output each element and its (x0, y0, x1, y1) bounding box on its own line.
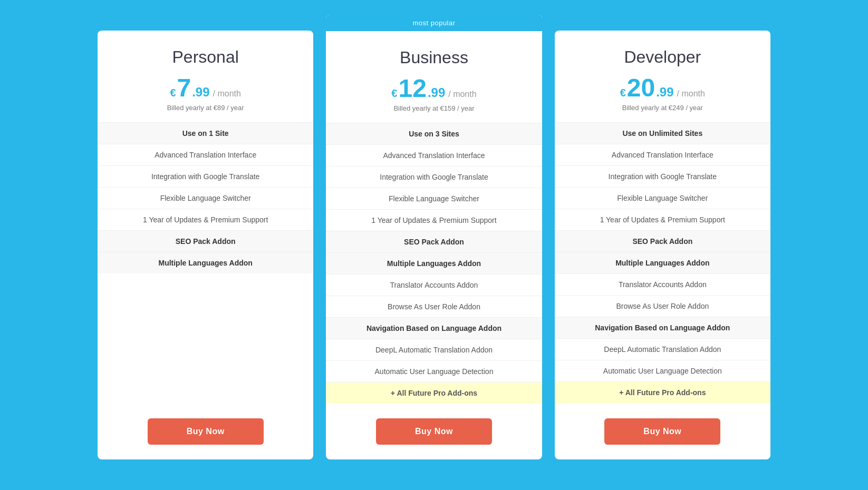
feature-row-business-12: + All Future Pro Add-ons (326, 382, 542, 404)
price-billed: Billed yearly at €159 / year (339, 104, 529, 112)
plan-price-business: € 12.99 / month (339, 76, 529, 101)
plan-header-business: Business € 12.99 / month Billed yearly a… (326, 31, 542, 123)
feature-row-developer-1: Advanced Translation Interface (555, 144, 770, 165)
feature-row-developer-2: Integration with Google Translate (555, 165, 770, 187)
price-amount: 20 (627, 75, 655, 101)
price-period: / month (213, 89, 241, 99)
feature-row-developer-7: Translator Accounts Addon (555, 273, 770, 295)
most-popular-banner: most popular (326, 15, 542, 31)
plan-name-personal: Personal (110, 47, 301, 67)
feature-row-developer-3: Flexible Language Switcher (555, 187, 770, 209)
feature-row-developer-9: Navigation Based on Language Addon (555, 317, 770, 338)
price-period: / month (448, 90, 476, 99)
price-currency: € (391, 88, 397, 99)
plan-card-developer: Developer € 20.99 / month Billed yearly … (555, 31, 770, 459)
feature-row-business-3: Flexible Language Switcher (326, 188, 542, 209)
feature-row-developer-8: Browse As User Role Addon (555, 295, 770, 317)
plan-features-personal: Use on 1 SiteAdvanced Translation Interf… (98, 122, 313, 404)
plan-footer-developer: Buy Now (555, 404, 770, 459)
feature-row-developer-11: Automatic User Language Detection (555, 360, 770, 381)
feature-row-personal-1: Advanced Translation Interface (98, 144, 313, 165)
feature-row-personal-3: Flexible Language Switcher (98, 187, 313, 209)
feature-row-business-1: Advanced Translation Interface (326, 144, 542, 166)
feature-row-business-6: Multiple Languages Addon (326, 252, 542, 274)
feature-row-developer-12: + All Future Pro Add-ons (555, 381, 770, 403)
price-period: / month (677, 89, 705, 99)
price-currency: € (170, 87, 176, 98)
feature-row-business-5: SEO Pack Addon (326, 231, 542, 252)
price-billed: Billed yearly at €249 / year (567, 104, 758, 112)
plan-header-developer: Developer € 20.99 / month Billed yearly … (555, 31, 770, 122)
plan-name-business: Business (339, 48, 529, 67)
feature-row-business-10: DeepL Automatic Translation Addon (326, 339, 542, 360)
feature-row-business-2: Integration with Google Translate (326, 166, 542, 188)
feature-row-personal-2: Integration with Google Translate (98, 165, 313, 187)
plan-name-developer: Developer (567, 47, 758, 67)
feature-row-business-8: Browse As User Role Addon (326, 296, 542, 317)
feature-row-business-0: Use on 3 Sites (326, 123, 542, 144)
price-currency: € (620, 87, 626, 98)
price-amount: 7 (177, 75, 191, 101)
buy-button-developer[interactable]: Buy Now (604, 418, 720, 445)
plan-footer-business: Buy Now (326, 404, 542, 459)
plan-header-personal: Personal € 7.99 / month Billed yearly at… (98, 31, 313, 122)
feature-row-business-11: Automatic User Language Detection (326, 360, 542, 382)
buy-button-business[interactable]: Buy Now (376, 418, 492, 445)
price-amount: 12 (398, 76, 426, 101)
plan-price-personal: € 7.99 / month (110, 75, 301, 101)
feature-row-personal-5: SEO Pack Addon (98, 230, 313, 252)
feature-row-developer-10: DeepL Automatic Translation Addon (555, 338, 770, 360)
feature-row-business-4: 1 Year of Updates & Premium Support (326, 209, 542, 231)
plan-card-personal: Personal € 7.99 / month Billed yearly at… (98, 31, 313, 459)
feature-row-personal-4: 1 Year of Updates & Premium Support (98, 209, 313, 230)
feature-row-personal-0: Use on 1 Site (98, 122, 313, 144)
price-cents: .99 (428, 86, 445, 99)
feature-row-developer-0: Use on Unlimited Sites (555, 122, 770, 144)
price-billed: Billed yearly at €89 / year (110, 104, 301, 112)
buy-button-personal[interactable]: Buy Now (148, 418, 264, 445)
plan-card-business: most popular Business € 12.99 / month Bi… (326, 15, 542, 459)
plan-features-business: Use on 3 SitesAdvanced Translation Inter… (326, 123, 542, 404)
feature-row-developer-6: Multiple Languages Addon (555, 252, 770, 273)
pricing-container: Personal € 7.99 / month Billed yearly at… (91, 31, 777, 459)
plan-footer-personal: Buy Now (98, 404, 313, 459)
feature-row-developer-4: 1 Year of Updates & Premium Support (555, 209, 770, 230)
plan-price-developer: € 20.99 / month (567, 75, 758, 101)
plan-features-developer: Use on Unlimited SitesAdvanced Translati… (555, 122, 770, 404)
feature-row-personal-6: Multiple Languages Addon (98, 252, 313, 273)
price-cents: .99 (656, 86, 673, 99)
feature-row-developer-5: SEO Pack Addon (555, 230, 770, 252)
feature-row-business-7: Translator Accounts Addon (326, 274, 542, 296)
feature-row-business-9: Navigation Based on Language Addon (326, 317, 542, 339)
price-cents: .99 (192, 86, 209, 99)
